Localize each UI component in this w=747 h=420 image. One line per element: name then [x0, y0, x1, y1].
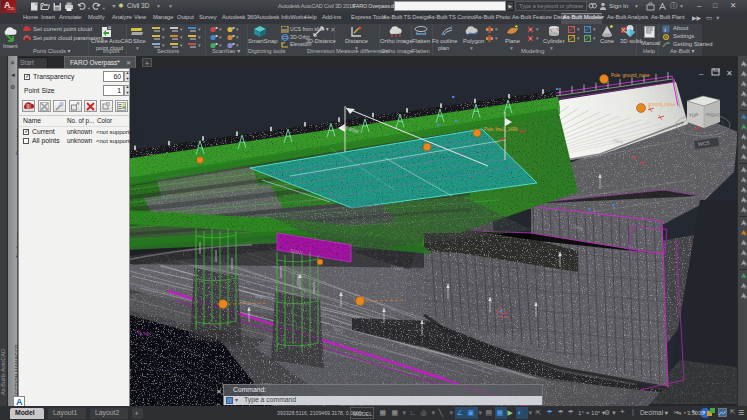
svg-text:i: i [665, 27, 666, 33]
svg-text:Pole: line1_1499: Pole: line1_1499 [484, 127, 518, 132]
svg-text:Pole: ground_noise: Pole: ground_noise [611, 73, 650, 78]
svg-text:TOP: TOP [689, 112, 698, 118]
svg-text:RIGHT: RIGHT [706, 112, 721, 118]
svg-text:✕: ✕ [726, 69, 733, 78]
svg-text:ground_noise: ground_noise [648, 102, 676, 107]
svg-text:–: – [699, 69, 704, 78]
